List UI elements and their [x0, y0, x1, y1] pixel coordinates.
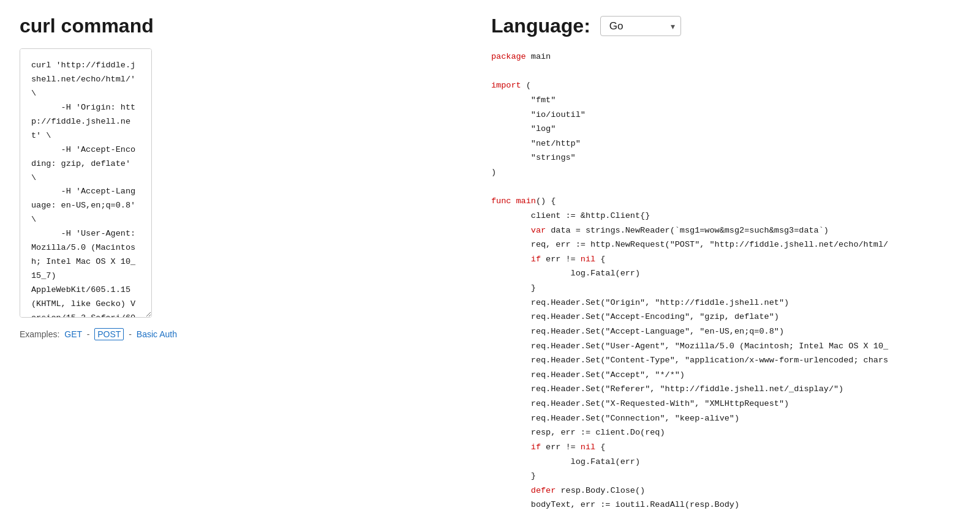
curl-command-box[interactable]: curl 'http://fiddle.jshell.net/echo/html… — [20, 48, 152, 318]
curl-command-title: curl command — [20, 15, 467, 37]
language-label: Language: — [491, 15, 590, 37]
language-select[interactable]: Go Python JavaScript PHP Ruby Java C# Sw… — [600, 16, 681, 36]
code-keyword-func: func — [491, 196, 511, 206]
dash-separator-2: - — [129, 329, 132, 339]
code-keyword-package: package — [491, 52, 526, 61]
language-header: Language: Go Python JavaScript PHP Ruby … — [491, 15, 960, 37]
examples-line: Examples: GET - POST - Basic Auth — [20, 329, 467, 339]
example-auth-link[interactable]: Basic Auth — [137, 329, 177, 339]
example-get-link[interactable]: GET — [64, 329, 82, 339]
language-select-wrapper[interactable]: Go Python JavaScript PHP Ruby Java C# Sw… — [600, 16, 681, 36]
code-display: package main import ( "fmt" "io/ioutil" … — [491, 50, 960, 516]
left-panel: curl command curl 'http://fiddle.jshell.… — [20, 15, 467, 516]
code-keyword-import: import — [491, 81, 521, 90]
example-post-link[interactable]: POST — [94, 328, 124, 340]
dash-separator: - — [87, 329, 90, 339]
right-panel: Language: Go Python JavaScript PHP Ruby … — [491, 15, 960, 516]
examples-label: Examples: — [20, 329, 59, 339]
